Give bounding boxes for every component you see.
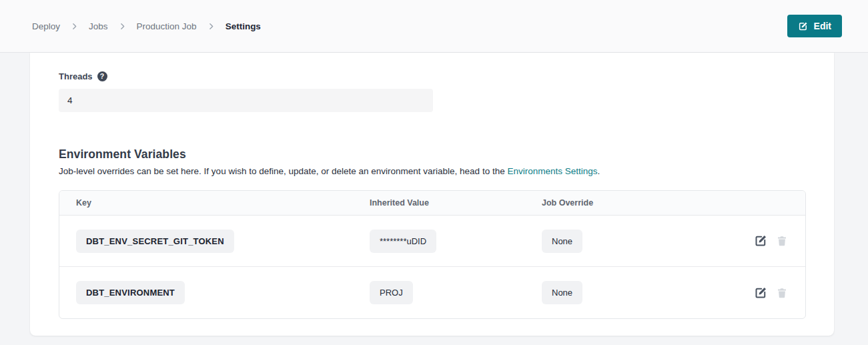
breadcrumb-item-jobs[interactable]: Jobs xyxy=(89,21,108,31)
delete-row-button[interactable] xyxy=(776,235,788,247)
edit-row-button[interactable] xyxy=(754,286,767,300)
env-var-key: DBT_ENVIRONMENT xyxy=(76,281,185,304)
help-icon[interactable]: ? xyxy=(97,71,107,81)
description-period: . xyxy=(598,166,600,176)
chevron-right-icon xyxy=(118,22,127,31)
threads-label: Threads xyxy=(59,71,93,81)
column-header-inherited-value: Inherited Value xyxy=(353,198,525,208)
edit-pencil-icon xyxy=(798,21,808,31)
environment-variables-section: Environment Variables Job-level override… xyxy=(59,147,834,319)
table-row: DBT_ENV_SECRET_GIT_TOKEN ********uDID No… xyxy=(59,216,805,266)
settings-panel: Threads ? Environment Variables Job-leve… xyxy=(30,53,834,336)
trash-icon xyxy=(776,235,788,247)
trash-icon xyxy=(776,287,788,299)
edit-pencil-icon xyxy=(754,234,767,248)
env-var-inherited-value: PROJ xyxy=(370,281,413,304)
breadcrumb-item-deploy[interactable]: Deploy xyxy=(32,21,60,31)
breadcrumb-item-production-job[interactable]: Production Job xyxy=(137,21,197,31)
environments-settings-link[interactable]: Environments Settings xyxy=(507,166,597,176)
edit-button[interactable]: Edit xyxy=(787,15,842,37)
edit-row-button[interactable] xyxy=(754,234,767,248)
env-var-job-override: None xyxy=(542,281,582,304)
column-header-job-override: Job Override xyxy=(525,198,805,208)
threads-input[interactable] xyxy=(59,89,433,112)
breadcrumb-item-settings: Settings xyxy=(226,21,261,31)
chevron-right-icon xyxy=(70,22,79,31)
breadcrumb: Deploy Jobs Production Job Settings xyxy=(32,21,261,31)
chevron-right-icon xyxy=(207,22,215,31)
column-header-key: Key xyxy=(59,198,353,208)
edit-pencil-icon xyxy=(754,286,767,300)
delete-row-button[interactable] xyxy=(776,287,788,299)
top-bar: Deploy Jobs Production Job Settings Edit xyxy=(0,0,868,53)
environment-variables-table: Key Inherited Value Job Override DBT_ENV… xyxy=(59,190,806,319)
environment-variables-description: Job-level overrides can be set here. If … xyxy=(59,166,834,176)
table-header-row: Key Inherited Value Job Override xyxy=(59,191,805,216)
env-var-key: DBT_ENV_SECRET_GIT_TOKEN xyxy=(76,230,234,253)
environment-variables-title: Environment Variables xyxy=(59,147,834,161)
env-var-inherited-value: ********uDID xyxy=(370,230,436,253)
table-row: DBT_ENVIRONMENT PROJ None xyxy=(59,266,805,318)
env-var-job-override: None xyxy=(542,230,582,253)
edit-button-label: Edit xyxy=(814,21,831,31)
description-text: Job-level overrides can be set here. If … xyxy=(59,166,507,176)
